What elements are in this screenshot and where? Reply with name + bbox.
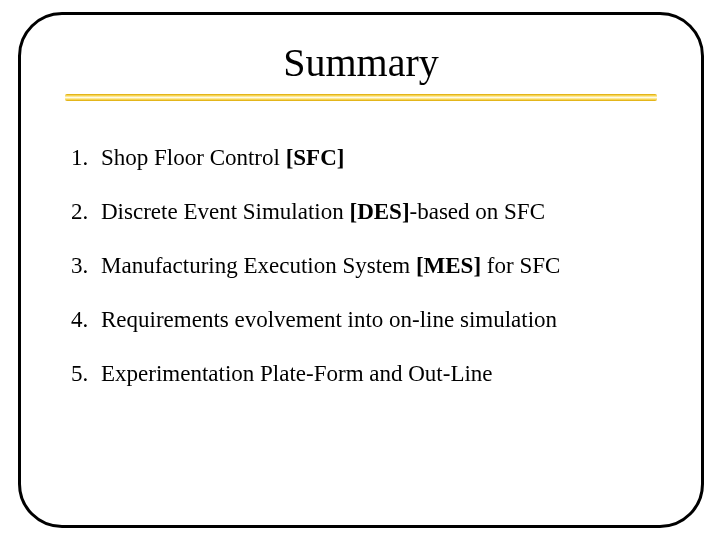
item-text-post: -based on SFC [410,199,545,224]
list-item: Discrete Event Simulation [DES]-based on… [71,199,657,225]
item-text-pre: Requirements evolvement into on-line sim… [101,307,557,332]
list-item: Requirements evolvement into on-line sim… [71,307,657,333]
item-text-pre: Discrete Event Simulation [101,199,349,224]
title-block: Summary [65,39,657,101]
list-item: Experimentation Plate-Form and Out-Line [71,361,657,387]
item-text-pre: Manufacturing Execution System [101,253,416,278]
slide-title: Summary [65,39,657,86]
list-item: Shop Floor Control [SFC] [71,145,657,171]
item-text-bold: [SFC] [286,145,345,170]
item-text-pre: Shop Floor Control [101,145,286,170]
item-text-post: for SFC [481,253,560,278]
item-text-bold: [DES] [349,199,409,224]
item-text-pre: Experimentation Plate-Form and Out-Line [101,361,493,386]
summary-list: Shop Floor Control [SFC] Discrete Event … [65,145,657,387]
slide-frame: Summary Shop Floor Control [SFC] Discret… [18,12,704,528]
title-underline [65,94,657,101]
item-text-bold: [MES] [416,253,481,278]
list-item: Manufacturing Execution System [MES] for… [71,253,657,279]
